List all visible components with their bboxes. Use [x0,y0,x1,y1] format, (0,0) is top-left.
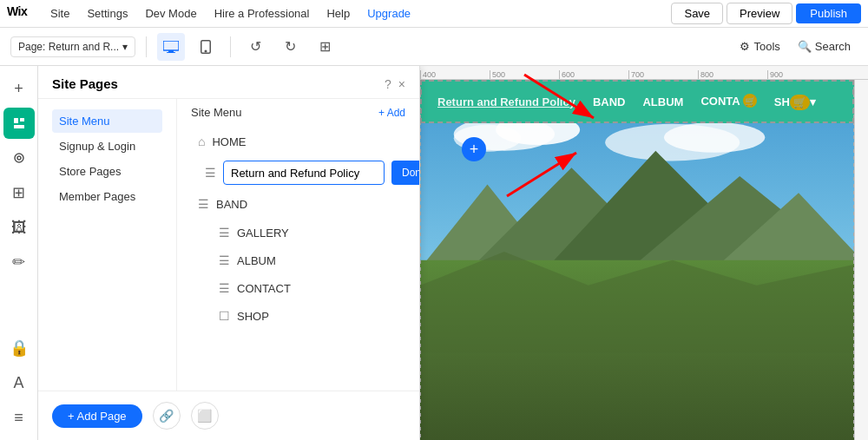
sidebar-elements-icon[interactable]: ⊞ [3,177,35,208]
menu-item-home[interactable]: ⌂ HOME [191,128,405,155]
tools-label: Tools [753,40,779,53]
svg-rect-3 [167,52,175,53]
redo-button[interactable]: ↻ [276,33,304,61]
nav-devmode[interactable]: Dev Mode [138,3,203,23]
page-name-input[interactable] [223,161,385,185]
panel-close-icon[interactable]: × [398,77,405,91]
ruler-marks: 400 500 600 700 800 900 [420,66,868,79]
panel-header-icons: ? × [385,77,405,91]
sidebar-bottom: 🔒 A ≡ [3,332,35,440]
nav-site[interactable]: Site [43,3,76,23]
nav-store-pages[interactable]: Store Pages [52,160,162,183]
undo-button[interactable]: ↺ [241,33,269,61]
ruler-mark-600: 600 [559,70,628,79]
svg-rect-6 [14,118,18,123]
menu-item-contact-label: CONTACT [237,282,291,295]
page-icon-return: ☰ [205,166,216,180]
sidebar-accessibility-icon[interactable]: A [3,367,35,398]
svg-rect-8 [14,125,24,128]
menu-item-band-label: BAND [216,198,247,211]
ruler-mark-500: 500 [490,70,559,79]
dashed-line-right [853,80,854,440]
svg-rect-2 [168,50,174,52]
canvas-selection-box [420,80,854,123]
svg-point-16 [664,123,765,153]
tools-button[interactable]: ⚙ Tools [733,36,786,56]
ruler-side [854,80,868,440]
nav-signup-login[interactable]: Signup & Login [52,135,162,158]
nav-upgrade[interactable]: Upgrade [360,3,418,23]
nav-member-pages[interactable]: Member Pages [52,185,162,208]
menu-item-shop[interactable]: ☐ SHOP [191,303,405,329]
site-menu-header: Site Menu + Add [191,99,405,126]
menu-item-album[interactable]: ☰ ALBUM [191,247,405,273]
sidebar-media-icon[interactable]: 🖼 [3,212,35,243]
menu-item-gallery[interactable]: ☰ GALLERY [191,220,405,246]
sidebar-add-icon[interactable]: + [3,73,35,104]
panel-footer: + Add Page 🔗 ⬜ [177,391,419,431]
landscape [420,123,854,440]
preview-button[interactable]: Preview [727,3,792,24]
toolbar-separator-2 [230,36,231,57]
menu-item-home-label: HOME [212,135,246,148]
footer-link-icon[interactable]: 🔗 [177,402,181,430]
second-toolbar: Page: Return and R... ▾ ↺ ↻ ⊞ ⚙ Tools 🔍 … [0,28,868,66]
zoom-fit-button[interactable]: ⊞ [311,33,339,61]
nav-site-menu[interactable]: Site Menu [52,109,162,133]
svg-text:Wix: Wix [7,4,28,18]
sidebar-lock-icon[interactable]: 🔒 [3,332,35,364]
ruler-top: 400 500 600 700 800 900 [420,66,868,80]
dashed-line-left [420,80,421,440]
publish-button[interactable]: Publish [796,3,861,23]
done-button[interactable]: Done [391,161,419,185]
home-icon: ⌂ [198,135,205,148]
svg-point-5 [205,50,207,52]
wix-logo: Wix [7,3,33,23]
save-button[interactable]: Save [671,3,723,24]
site-menu-title: Site Menu [191,106,242,119]
footer-settings-icon[interactable]: ⬜ [191,402,219,430]
panel-help-icon[interactable]: ? [385,77,391,91]
menu-item-edit-return: ☰ Done [191,157,405,188]
sidebar-draw-icon[interactable]: ✏ [3,246,35,278]
svg-point-9 [15,154,23,162]
canvas-area: 400 500 600 700 800 900 [420,66,868,440]
search-icon: 🔍 [798,40,812,53]
menu-item-album-label: ALBUM [237,254,276,267]
menu-item-gallery-label: GALLERY [237,227,289,240]
menu-item-shop-label: SHOP [237,310,269,323]
page-name: Page: Return and R... [18,41,119,53]
album-icon: ☰ [219,253,230,267]
gallery-icon: ☰ [219,226,230,240]
ruler-mark-900: 900 [767,70,837,79]
svg-rect-7 [20,118,24,121]
sidebar-pages-icon[interactable] [3,108,35,139]
nav-settings[interactable]: Settings [80,3,135,23]
svg-rect-1 [163,41,179,50]
page-selector[interactable]: Page: Return and R... ▾ [10,36,135,57]
mobile-view-button[interactable] [192,33,220,61]
nav-help[interactable]: Help [319,3,357,23]
search-button[interactable]: 🔍 Search [791,36,858,56]
contact-icon: ☰ [219,281,230,295]
chevron-down-icon: ▾ [122,41,128,53]
site-menu-area: Site Menu + Add ⌂ HOME ☰ Done ☰ [177,99,419,431]
menu-item-contact[interactable]: ☰ CONTACT [191,275,405,301]
menu-item-band[interactable]: ☰ BAND [191,190,405,218]
desktop-view-button[interactable] [157,33,185,61]
ruler-mark-800: 800 [698,70,767,79]
panel-header: Site Pages ? × [38,66,419,99]
panel-nav: Site Menu Signup & Login Store Pages Mem… [38,99,177,431]
nav-hire[interactable]: Hire a Professional [207,3,317,23]
ruler-mark-400: 400 [420,70,490,79]
add-page-link[interactable]: + Add [378,107,405,119]
toolbar-right: ⚙ Tools 🔍 Search [733,36,858,56]
canvas-add-button[interactable]: + [462,137,486,161]
site-pages-panel: Site Pages ? × Site Menu Signup & Login … [38,66,420,440]
toolbar-separator-1 [146,36,147,57]
sidebar-design-icon[interactable] [3,142,35,174]
band-icon: ☰ [198,197,209,211]
svg-point-10 [17,156,21,160]
search-label: Search [815,40,851,53]
sidebar-layers-icon[interactable]: ≡ [3,402,35,433]
